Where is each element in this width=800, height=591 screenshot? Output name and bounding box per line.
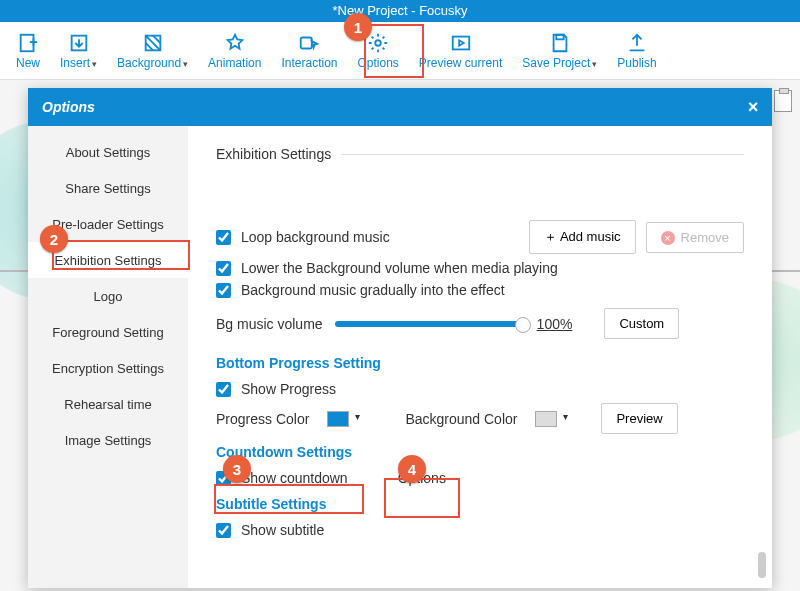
show-subtitle-checkbox[interactable]: [216, 523, 231, 538]
close-icon[interactable]: ×: [747, 97, 758, 118]
callout-badge-3: 3: [223, 455, 251, 483]
add-music-button[interactable]: ＋ Add music: [529, 220, 636, 254]
bg-color-label: Background Color: [405, 411, 517, 427]
progress-color-label: Progress Color: [216, 411, 309, 427]
callout-badge-4: 4: [398, 455, 426, 483]
settings-content: Exhibition Settings Loop background musi…: [188, 126, 772, 588]
svg-rect-5: [301, 37, 312, 48]
bg-color-picker[interactable]: [535, 411, 557, 427]
show-countdown-label: Show countdown: [241, 470, 348, 486]
publish-label: Publish: [617, 56, 656, 70]
preview-label: Preview current: [419, 56, 502, 70]
svg-point-6: [375, 40, 381, 46]
plus-icon: ＋: [544, 229, 560, 244]
gradual-effect-label: Background music gradually into the effe…: [241, 282, 505, 298]
svg-rect-7: [452, 36, 469, 49]
options-modal: Options × About Settings Share Settings …: [28, 88, 772, 588]
show-progress-label: Show Progress: [241, 381, 336, 397]
bg-volume-value: 100%: [537, 316, 573, 332]
remove-icon: ×: [661, 231, 675, 245]
modal-header: Options ×: [28, 88, 772, 126]
window-title: *New Project - Focusky: [0, 0, 800, 22]
interaction-button[interactable]: Interaction: [275, 28, 343, 74]
publish-button[interactable]: Publish: [611, 28, 662, 74]
show-progress-checkbox[interactable]: [216, 382, 231, 397]
progress-color-picker[interactable]: [327, 411, 349, 427]
insert-button[interactable]: Insert: [54, 28, 103, 74]
background-label: Background: [117, 56, 188, 70]
subtitle-heading: Subtitle Settings: [216, 496, 744, 512]
lower-volume-checkbox[interactable]: [216, 261, 231, 276]
main-toolbar: New Insert Background Animation Interact…: [0, 22, 800, 80]
lower-volume-label: Lower the Background volume when media p…: [241, 260, 558, 276]
new-label: New: [16, 56, 40, 70]
clipboard-icon[interactable]: [774, 90, 792, 112]
preview-button[interactable]: Preview current: [413, 28, 508, 74]
custom-button[interactable]: Custom: [604, 308, 679, 339]
interaction-label: Interaction: [281, 56, 337, 70]
gradual-effect-checkbox[interactable]: [216, 283, 231, 298]
loop-music-label: Loop background music: [241, 229, 519, 245]
sidebar-item-logo[interactable]: Logo: [28, 278, 188, 314]
bg-volume-label: Bg music volume: [216, 316, 323, 332]
sidebar-item-about[interactable]: About Settings: [28, 134, 188, 170]
insert-label: Insert: [60, 56, 97, 70]
modal-title: Options: [42, 99, 95, 115]
new-button[interactable]: New: [10, 28, 46, 74]
preview-progress-button[interactable]: Preview: [601, 403, 677, 434]
options-label: Options: [358, 56, 399, 70]
sidebar-item-foreground[interactable]: Foreground Setting: [28, 314, 188, 350]
callout-badge-2: 2: [40, 225, 68, 253]
exhibition-title: Exhibition Settings: [216, 146, 331, 162]
countdown-heading: Countdown Settings: [216, 444, 744, 460]
remove-music-button[interactable]: ×Remove: [646, 222, 744, 253]
save-label: Save Project: [522, 56, 597, 70]
sidebar-item-rehearsal[interactable]: Rehearsal time: [28, 386, 188, 422]
save-button[interactable]: Save Project: [516, 28, 603, 74]
sidebar-item-image[interactable]: Image Settings: [28, 422, 188, 458]
animation-label: Animation: [208, 56, 261, 70]
sidebar-item-share[interactable]: Share Settings: [28, 170, 188, 206]
background-button[interactable]: Background: [111, 28, 194, 74]
bottom-progress-heading: Bottom Progress Setting: [216, 355, 744, 371]
scrollbar[interactable]: [758, 552, 766, 578]
show-subtitle-label: Show subtitle: [241, 522, 324, 538]
animation-button[interactable]: Animation: [202, 28, 267, 74]
loop-music-checkbox[interactable]: [216, 230, 231, 245]
sidebar-item-encryption[interactable]: Encryption Settings: [28, 350, 188, 386]
bg-volume-slider[interactable]: [335, 321, 525, 327]
svg-rect-8: [556, 34, 563, 39]
exhibition-header: Exhibition Settings: [216, 146, 744, 162]
callout-badge-1: 1: [344, 13, 372, 41]
settings-sidebar: About Settings Share Settings Pre-loader…: [28, 126, 188, 588]
